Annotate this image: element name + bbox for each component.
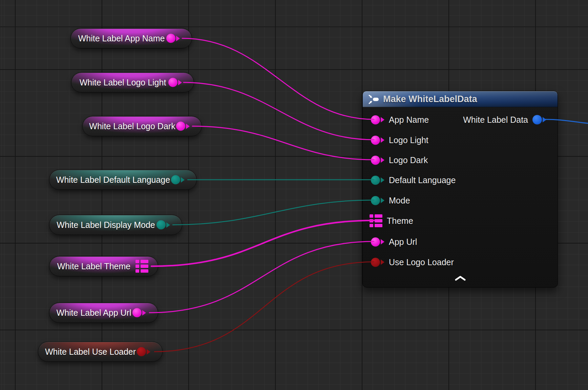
pin-label: App Url [389,238,417,246]
input-row-theme: Theme [371,214,413,228]
output-row-white-label-data: White Label Data [463,113,546,126]
wire-logo-light[interactable] [184,82,374,140]
struct-output-pin[interactable] [532,115,546,124]
variable-node-white-label-logo-dark[interactable]: White Label Logo Dark [82,116,202,136]
variable-node-white-label-theme[interactable]: White Label Theme [49,256,158,276]
string-output-pin[interactable] [168,78,182,87]
wire-app-name[interactable] [182,38,374,119]
wire-theme[interactable] [151,220,374,266]
bool-output-pin[interactable] [137,347,150,356]
enum-input-pin[interactable] [371,176,384,185]
variable-node-white-label-app-name[interactable]: White Label App Name [70,28,192,48]
variable-label: White Label Default Language [56,176,170,184]
variable-label: White Label App Name [78,34,165,43]
pin-label: App Name [389,116,429,124]
input-row-app-url: App Url [371,235,417,249]
enum-output-pin[interactable] [156,220,170,230]
pin-label: Default Language [389,176,456,184]
wire-display-mode[interactable] [173,200,374,225]
variable-label: White Label App Url [57,309,131,317]
input-row-logo-light: Logo Light [371,133,428,147]
pin-label: Theme [387,217,413,225]
variable-label: White Label Logo Light [80,78,166,87]
input-row-default-language: Default Language [371,173,456,187]
pin-label: Use Logo Loader [389,258,454,267]
wire-logo-dark[interactable] [192,126,374,160]
variable-label: White Label Use Loader [45,348,136,356]
make-struct-icon [368,94,380,104]
wire-use-loader[interactable] [154,262,374,352]
pin-label: Mode [389,196,410,205]
blueprint-graph-canvas[interactable]: White Label App Name White Label Logo Li… [0,0,588,390]
node-title-bar[interactable]: Make WhiteLabelData [363,91,558,107]
input-row-use-logo-loader: Use Logo Loader [371,255,454,269]
pin-label: White Label Data [463,116,528,124]
wire-app-url[interactable] [149,241,374,313]
variable-node-white-label-display-mode[interactable]: White Label Display Mode [49,215,182,235]
pin-label: Logo Dark [389,156,428,164]
variable-node-white-label-app-url[interactable]: White Label App Url [49,303,158,323]
pin-label: Logo Light [389,136,428,144]
string-input-pin[interactable] [371,237,384,247]
enum-input-pin[interactable] [371,196,384,205]
input-row-app-name: App Name [371,113,429,126]
variable-label: White Label Display Mode [57,221,155,229]
variable-node-white-label-default-language[interactable]: White Label Default Language [49,170,197,190]
string-output-pin[interactable] [132,308,146,317]
string-output-pin[interactable] [166,34,180,43]
string-output-pin[interactable] [176,122,190,131]
string-input-pin[interactable] [371,136,384,145]
node-title: Make WhiteLabelData [383,95,477,104]
variable-node-white-label-use-loader[interactable]: White Label Use Loader [38,342,163,362]
input-row-logo-dark: Logo Dark [371,153,428,167]
bool-input-pin[interactable] [371,258,384,267]
string-input-pin[interactable] [371,156,384,165]
collapse-chevron-button[interactable] [454,275,466,281]
variable-node-white-label-logo-light[interactable]: White Label Logo Light [71,72,194,93]
struct-input-pin-icon[interactable] [370,214,382,227]
input-row-mode: Mode [371,194,410,207]
make-whitelabeldata-node[interactable]: Make WhiteLabelData App Name Logo Light … [362,91,558,288]
string-input-pin[interactable] [371,115,384,124]
variable-label: White Label Logo Dark [89,122,175,131]
struct-pin-icon[interactable] [135,260,148,273]
variable-label: White Label Theme [57,262,130,271]
enum-output-pin[interactable] [171,175,185,184]
